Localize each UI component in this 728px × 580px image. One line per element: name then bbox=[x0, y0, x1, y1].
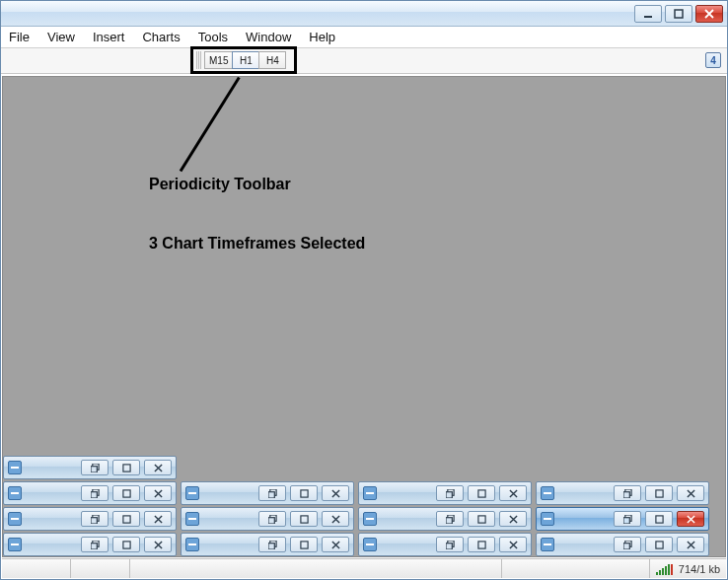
toolbar-gripper[interactable] bbox=[196, 51, 202, 69]
svg-rect-21 bbox=[268, 517, 274, 523]
child-maximize-button[interactable] bbox=[112, 460, 140, 475]
child-close-button[interactable] bbox=[322, 485, 349, 501]
notification-badge[interactable]: 4 bbox=[705, 52, 721, 68]
minimized-chart-window[interactable] bbox=[3, 456, 177, 479]
child-close-button[interactable] bbox=[499, 485, 527, 501]
periodicity-toolbar: M15 H1 H4 bbox=[196, 50, 286, 70]
child-maximize-button[interactable] bbox=[290, 537, 318, 552]
menu-view[interactable]: View bbox=[47, 30, 75, 44]
child-maximize-button[interactable] bbox=[112, 537, 140, 552]
minimized-chart-window-active[interactable] bbox=[536, 507, 709, 531]
minimized-chart-window[interactable] bbox=[181, 533, 354, 556]
menu-file[interactable]: File bbox=[9, 30, 30, 44]
traffic-label: 714/1 kb bbox=[679, 563, 720, 575]
menu-tools[interactable]: Tools bbox=[198, 30, 228, 44]
minimized-chart-window[interactable] bbox=[3, 507, 177, 531]
minimized-chart-window[interactable] bbox=[536, 481, 709, 505]
statusbar-cell bbox=[71, 559, 130, 578]
child-close-button[interactable] bbox=[677, 485, 704, 501]
child-close-button[interactable] bbox=[677, 537, 704, 552]
timeframe-h1-button[interactable]: H1 bbox=[232, 51, 259, 69]
child-close-button[interactable] bbox=[322, 511, 349, 527]
child-maximize-button[interactable] bbox=[645, 537, 673, 552]
chart-icon bbox=[185, 486, 199, 500]
svg-rect-12 bbox=[446, 491, 452, 497]
child-restore-button[interactable] bbox=[258, 485, 286, 501]
child-maximize-button[interactable] bbox=[112, 511, 140, 527]
minimized-chart-window[interactable] bbox=[3, 533, 177, 556]
child-close-button[interactable] bbox=[499, 537, 527, 552]
svg-rect-39 bbox=[623, 543, 629, 548]
toolbar-row: M15 H1 H4 4 bbox=[1, 48, 727, 74]
chart-icon bbox=[8, 461, 22, 474]
chart-icon bbox=[8, 538, 22, 551]
minimized-chart-window[interactable] bbox=[358, 533, 532, 556]
child-restore-button[interactable] bbox=[614, 485, 641, 501]
titlebar bbox=[1, 1, 727, 27]
minimized-chart-window[interactable] bbox=[181, 507, 354, 531]
minimized-chart-window[interactable] bbox=[358, 481, 532, 505]
minimized-chart-window[interactable] bbox=[536, 533, 709, 556]
close-button[interactable] bbox=[695, 5, 723, 23]
mdi-workspace: Periodicity Toolbar 3 Chart Timeframes S… bbox=[2, 76, 726, 557]
minimize-button[interactable] bbox=[634, 5, 662, 23]
child-restore-button[interactable] bbox=[258, 537, 286, 552]
minimized-chart-window[interactable] bbox=[3, 481, 177, 505]
svg-rect-36 bbox=[446, 543, 452, 548]
child-close-button[interactable] bbox=[144, 537, 172, 552]
chart-icon bbox=[185, 538, 199, 551]
menu-insert[interactable]: Insert bbox=[93, 30, 125, 44]
child-close-button[interactable] bbox=[144, 511, 172, 527]
child-close-button[interactable] bbox=[144, 485, 172, 501]
child-restore-button[interactable] bbox=[258, 511, 286, 527]
chart-icon bbox=[541, 486, 554, 500]
child-maximize-button[interactable] bbox=[645, 511, 673, 527]
svg-rect-3 bbox=[91, 466, 97, 471]
timeframe-m15-button[interactable]: M15 bbox=[204, 51, 233, 69]
child-maximize-button[interactable] bbox=[468, 511, 495, 527]
child-close-button[interactable] bbox=[144, 460, 172, 475]
chart-icon bbox=[363, 512, 377, 526]
svg-rect-28 bbox=[655, 515, 662, 522]
chart-icon bbox=[541, 538, 554, 551]
menu-help[interactable]: Help bbox=[309, 30, 335, 44]
menu-window[interactable]: Window bbox=[246, 30, 291, 44]
child-restore-button[interactable] bbox=[81, 460, 109, 475]
svg-rect-19 bbox=[122, 515, 129, 522]
svg-rect-18 bbox=[91, 517, 97, 523]
maximize-button[interactable] bbox=[665, 5, 692, 23]
child-restore-button[interactable] bbox=[436, 537, 464, 552]
child-maximize-button[interactable] bbox=[468, 537, 495, 552]
minimized-chart-window[interactable] bbox=[358, 507, 532, 531]
child-restore-button[interactable] bbox=[436, 485, 464, 501]
annotation-callout-line bbox=[180, 77, 241, 173]
child-restore-button[interactable] bbox=[81, 511, 109, 527]
svg-rect-9 bbox=[268, 491, 274, 497]
svg-rect-27 bbox=[623, 517, 629, 523]
menubar: File View Insert Charts Tools Window Hel… bbox=[1, 27, 727, 48]
child-restore-button[interactable] bbox=[614, 537, 641, 552]
statusbar: 714/1 kb bbox=[2, 558, 726, 578]
menu-charts[interactable]: Charts bbox=[142, 30, 180, 44]
svg-rect-0 bbox=[644, 16, 652, 18]
chart-icon bbox=[363, 486, 377, 500]
child-restore-button[interactable] bbox=[436, 511, 464, 527]
child-close-button[interactable] bbox=[322, 537, 349, 552]
chart-icon bbox=[363, 538, 377, 551]
minimized-chart-window[interactable] bbox=[181, 481, 354, 505]
child-maximize-button[interactable] bbox=[290, 485, 318, 501]
svg-rect-4 bbox=[122, 464, 129, 471]
child-close-button[interactable] bbox=[499, 511, 527, 527]
svg-rect-33 bbox=[268, 543, 274, 548]
child-restore-button[interactable] bbox=[614, 511, 641, 527]
timeframe-h4-button[interactable]: H4 bbox=[258, 51, 286, 69]
child-maximize-button[interactable] bbox=[468, 485, 495, 501]
child-maximize-button[interactable] bbox=[112, 485, 140, 501]
child-restore-button[interactable] bbox=[81, 485, 109, 501]
child-restore-button[interactable] bbox=[81, 537, 109, 552]
child-close-button[interactable] bbox=[677, 511, 704, 527]
annotation-title: Periodicity Toolbar bbox=[149, 176, 291, 193]
child-maximize-button[interactable] bbox=[645, 485, 673, 501]
child-maximize-button[interactable] bbox=[290, 511, 318, 527]
signal-bars-icon bbox=[656, 563, 673, 575]
